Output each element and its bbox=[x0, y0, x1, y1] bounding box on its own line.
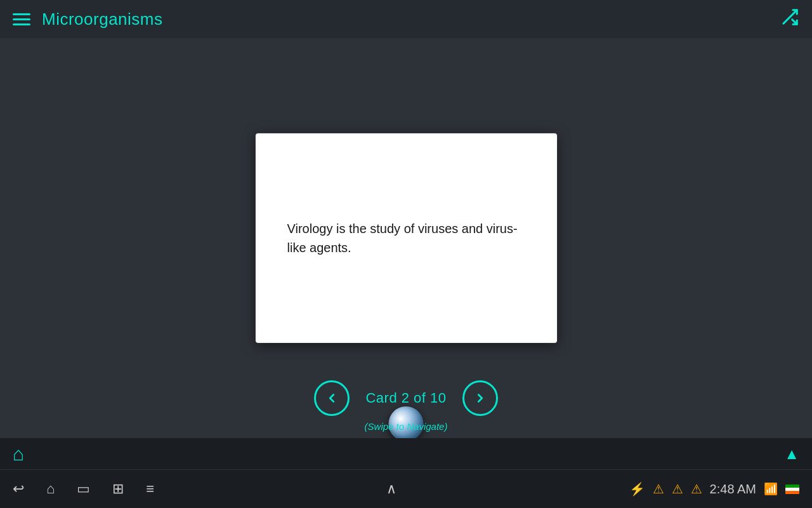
navigation-area: Card 2 of 10 (Swipe to Navigate) bbox=[0, 380, 812, 438]
usb-icon: ⚡ bbox=[629, 481, 645, 497]
menu-button[interactable] bbox=[13, 13, 30, 25]
shuffle-button[interactable] bbox=[780, 8, 799, 31]
sys-nav-left-group: ↩ ⌂ ▭ ⊞ ≡ bbox=[13, 481, 154, 497]
main-content: Virology is the study of viruses and vir… bbox=[0, 38, 812, 438]
next-card-button[interactable] bbox=[462, 380, 498, 416]
warning-icon-3: ⚠ bbox=[691, 481, 702, 497]
sys-home-button[interactable]: ⌂ bbox=[46, 481, 55, 497]
sys-menu-button[interactable]: ≡ bbox=[146, 481, 154, 497]
back-button[interactable]: ↩ bbox=[13, 481, 24, 497]
scroll-up-button[interactable]: ▲ bbox=[784, 445, 799, 463]
status-bar: ⚡ ⚠ ⚠ ⚠ 2:48 AM 📶 bbox=[629, 481, 799, 497]
swipe-hint: (Swipe to Navigate) bbox=[365, 421, 448, 432]
app-dock: ⌂ ▲ bbox=[0, 438, 812, 470]
qr-button[interactable]: ⊞ bbox=[112, 481, 124, 497]
system-nav-bar: ↩ ⌂ ▭ ⊞ ≡ ∧ ⚡ ⚠ ⚠ ⚠ 2:48 AM 📶 bbox=[0, 470, 812, 508]
flag-icon bbox=[785, 485, 799, 494]
wifi-icon: 📶 bbox=[764, 482, 778, 496]
recents-button[interactable]: ▭ bbox=[77, 481, 90, 497]
warning-icon-2: ⚠ bbox=[672, 481, 683, 497]
sys-nav-center-group: ∧ bbox=[386, 481, 396, 497]
up-button[interactable]: ∧ bbox=[386, 481, 396, 497]
flashcard-text: Virology is the study of viruses and vir… bbox=[287, 219, 525, 257]
taskbar: ⌂ ▲ ↩ ⌂ ▭ ⊞ ≡ ∧ ⚡ ⚠ ⚠ ⚠ 2:48 AM 📶 bbox=[0, 438, 812, 508]
home-button[interactable]: ⌂ bbox=[13, 443, 24, 465]
nav-controls: Card 2 of 10 bbox=[314, 380, 497, 416]
warning-icon-1: ⚠ bbox=[653, 481, 664, 497]
header-bar: Microorganisms bbox=[0, 0, 812, 38]
prev-card-button[interactable] bbox=[314, 380, 350, 416]
app-title: Microorganisms bbox=[42, 10, 780, 29]
card-counter: Card 2 of 10 bbox=[365, 390, 446, 406]
flashcard[interactable]: Virology is the study of viruses and vir… bbox=[256, 133, 557, 343]
clock: 2:48 AM bbox=[710, 482, 756, 497]
